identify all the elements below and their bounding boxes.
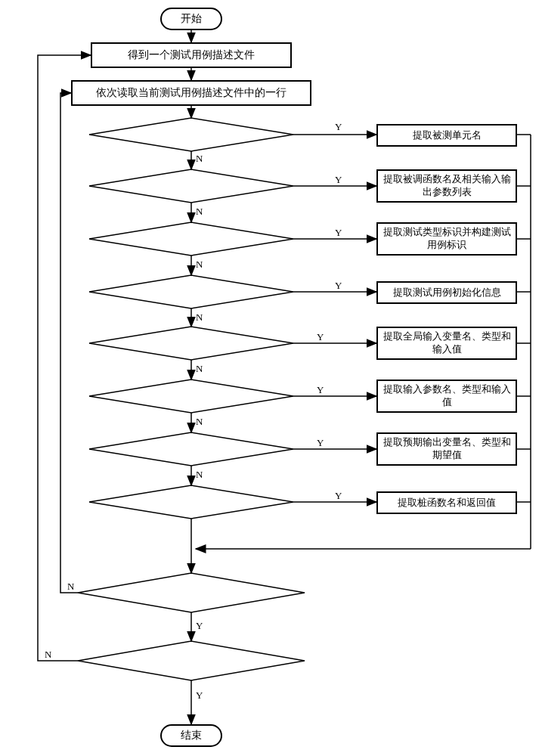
svg-marker-7 xyxy=(89,485,293,519)
svg-marker-9 xyxy=(78,641,305,680)
svg-marker-8 xyxy=(78,573,305,612)
svg-marker-4 xyxy=(89,327,293,360)
svg-marker-2 xyxy=(89,222,293,256)
svg-marker-1 xyxy=(89,169,293,203)
flowchart-svg xyxy=(0,0,542,756)
svg-marker-5 xyxy=(89,380,293,413)
svg-marker-6 xyxy=(89,432,293,466)
svg-marker-3 xyxy=(89,275,293,308)
svg-marker-0 xyxy=(89,118,293,151)
